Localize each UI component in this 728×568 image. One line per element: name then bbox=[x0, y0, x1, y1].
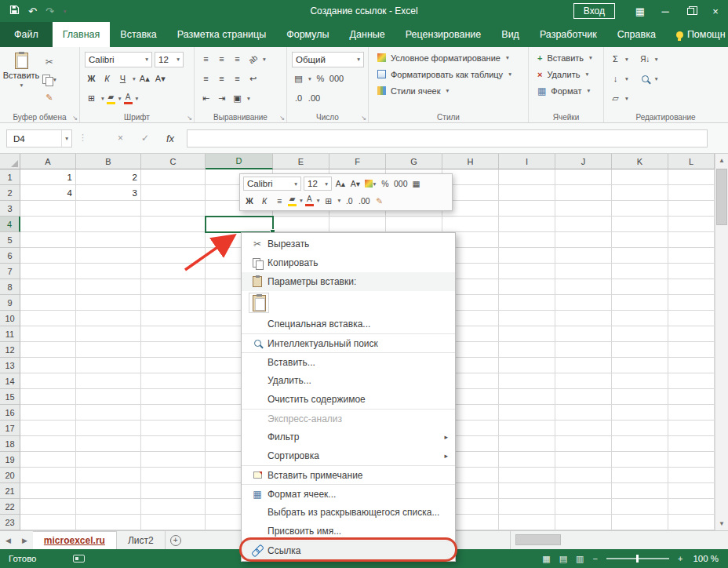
insert-function-button[interactable]: fx bbox=[166, 133, 174, 144]
name-box-splitter[interactable]: ⋮ bbox=[78, 133, 87, 143]
row-header-7[interactable]: 7 bbox=[0, 264, 20, 279]
row-header-21[interactable]: 21 bbox=[0, 483, 20, 499]
macro-record-icon[interactable] bbox=[73, 555, 85, 563]
select-all-corner[interactable] bbox=[0, 154, 20, 169]
percent-style-button[interactable]: % bbox=[314, 71, 327, 86]
cell-L10[interactable] bbox=[668, 311, 715, 326]
cell-A16[interactable] bbox=[20, 405, 76, 421]
cell-K9[interactable] bbox=[612, 295, 668, 311]
menu-item-cut[interactable]: ✂Вырезать bbox=[242, 235, 455, 253]
cell-I12[interactable] bbox=[499, 342, 555, 358]
ribbon-display-options-icon[interactable]: ▦ bbox=[628, 0, 653, 22]
cell-B7[interactable] bbox=[76, 264, 141, 279]
cell-I21[interactable] bbox=[499, 483, 555, 499]
page-break-view-button[interactable]: ▥ bbox=[576, 554, 584, 564]
format-as-table-button[interactable]: Форматировать как таблицу▾ bbox=[372, 66, 526, 82]
cell-G4[interactable] bbox=[386, 217, 442, 232]
cell-A22[interactable] bbox=[20, 499, 76, 515]
cell-K22[interactable] bbox=[612, 499, 668, 515]
fill-button[interactable]: ↓ bbox=[609, 71, 622, 86]
cell-J3[interactable] bbox=[555, 201, 612, 217]
cell-I22[interactable] bbox=[499, 499, 555, 515]
cell-I14[interactable] bbox=[499, 373, 555, 389]
chevron-down-icon[interactable]: ▾ bbox=[133, 75, 136, 82]
cell-A9[interactable] bbox=[20, 295, 76, 311]
cell-A12[interactable] bbox=[20, 342, 76, 358]
italic-button[interactable]: К bbox=[100, 71, 114, 86]
cell-J17[interactable] bbox=[555, 421, 612, 436]
mini-shrink-font-button[interactable]: А▾ bbox=[349, 177, 362, 191]
cell-K15[interactable] bbox=[612, 389, 668, 405]
cell-I3[interactable] bbox=[499, 201, 555, 217]
row-header-22[interactable]: 22 bbox=[0, 499, 20, 515]
ribbon-tab-tell-me[interactable]: Помощн bbox=[666, 22, 728, 47]
cell-C3[interactable] bbox=[141, 201, 206, 217]
cell-J19[interactable] bbox=[555, 452, 612, 468]
zoom-slider-thumb[interactable] bbox=[636, 555, 639, 563]
ribbon-tab-review[interactable]: Рецензирование bbox=[395, 22, 492, 47]
minimize-button[interactable]: ─ bbox=[653, 0, 678, 22]
mini-decrease-decimal-button[interactable]: .00 bbox=[358, 194, 370, 207]
cell-L1[interactable] bbox=[668, 169, 715, 185]
wrap-text-button[interactable]: ↩ bbox=[246, 71, 260, 86]
ribbon-tab-page-layout[interactable]: Разметка страницы bbox=[167, 22, 276, 47]
row-header-3[interactable]: 3 bbox=[0, 201, 20, 217]
cell-B3[interactable] bbox=[76, 201, 141, 217]
cell-F4[interactable] bbox=[329, 217, 386, 232]
cell-I20[interactable] bbox=[499, 468, 555, 483]
cell-C7[interactable] bbox=[141, 264, 206, 279]
cell-L2[interactable] bbox=[668, 185, 715, 201]
cell-I15[interactable] bbox=[499, 389, 555, 405]
dialog-launcher-icon[interactable]: ↘ bbox=[361, 115, 366, 122]
cell-L23[interactable] bbox=[668, 515, 715, 530]
col-header-I[interactable]: I bbox=[499, 154, 555, 169]
cell-A17[interactable] bbox=[20, 421, 76, 436]
ribbon-tab-formulas[interactable]: Формулы bbox=[276, 22, 339, 47]
col-header-C[interactable]: C bbox=[141, 154, 206, 169]
cell-B23[interactable] bbox=[76, 515, 141, 530]
cell-B4[interactable] bbox=[76, 217, 141, 232]
cell-K13[interactable] bbox=[612, 358, 668, 373]
borders-button[interactable]: ⊞ bbox=[85, 91, 98, 106]
cell-I4[interactable] bbox=[499, 217, 555, 232]
menu-item-paste-special[interactable]: Специальная вставка... bbox=[242, 315, 455, 333]
conditional-formatting-button[interactable]: Условное форматирование▾ bbox=[372, 49, 526, 66]
cut-button[interactable]: ✂ bbox=[42, 54, 56, 69]
increase-indent-button[interactable]: ⇥ bbox=[215, 91, 228, 106]
cell-C14[interactable] bbox=[141, 373, 206, 389]
close-button[interactable]: × bbox=[703, 0, 728, 22]
font-color-button[interactable]: А bbox=[124, 93, 133, 104]
horizontal-scrollbar-thumb[interactable] bbox=[515, 534, 561, 545]
cell-C18[interactable] bbox=[141, 436, 206, 452]
cell-C1[interactable] bbox=[141, 169, 206, 185]
cell-A11[interactable] bbox=[20, 326, 76, 342]
paste-button[interactable]: Вставить ▾ bbox=[3, 49, 39, 105]
cell-A23[interactable] bbox=[20, 515, 76, 530]
align-middle-button[interactable]: ≡ bbox=[215, 52, 228, 67]
sign-in-button[interactable]: Вход bbox=[573, 3, 615, 19]
dialog-launcher-icon[interactable]: ↘ bbox=[279, 115, 285, 122]
mini-percent-button[interactable]: % bbox=[379, 177, 391, 191]
mini-grow-font-button[interactable]: А▴ bbox=[334, 177, 347, 191]
cell-A15[interactable] bbox=[20, 389, 76, 405]
mini-font-size-select[interactable]: 12▾ bbox=[304, 177, 332, 191]
cell-J23[interactable] bbox=[555, 515, 612, 530]
ribbon-tab-view[interactable]: Вид bbox=[491, 22, 530, 47]
horizontal-scrollbar[interactable] bbox=[510, 531, 728, 549]
cell-B16[interactable] bbox=[76, 405, 141, 421]
customize-qat-icon[interactable]: ▾ bbox=[64, 8, 67, 15]
cell-L9[interactable] bbox=[668, 295, 715, 311]
mini-borders-button[interactable]: ⊞ bbox=[322, 194, 335, 207]
cell-B9[interactable] bbox=[76, 295, 141, 311]
chevron-down-icon[interactable]: ▾ bbox=[61, 130, 71, 147]
cell-C8[interactable] bbox=[141, 279, 206, 295]
underline-button[interactable]: Ч bbox=[116, 71, 129, 86]
cell-K8[interactable] bbox=[612, 279, 668, 295]
col-header-B[interactable]: B bbox=[76, 154, 141, 169]
menu-item-copy[interactable]: Копировать bbox=[242, 253, 455, 272]
cell-L11[interactable] bbox=[668, 326, 715, 342]
paste-option-icon[interactable] bbox=[249, 293, 269, 313]
cell-A4[interactable] bbox=[20, 217, 76, 232]
align-center-button[interactable]: ≡ bbox=[215, 71, 228, 86]
cell-B10[interactable] bbox=[76, 311, 141, 326]
